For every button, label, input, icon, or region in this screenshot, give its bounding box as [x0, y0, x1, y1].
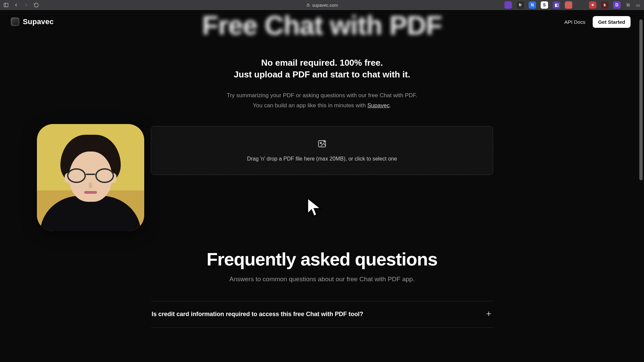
site-header: Supavec API Docs Get Started: [0, 10, 644, 34]
faq-item[interactable]: Is credit card information required to a…: [151, 301, 493, 328]
svg-rect-0: [4, 3, 8, 7]
browser-extension-icon[interactable]: fr: [517, 1, 524, 9]
nav-back-icon[interactable]: [13, 2, 19, 8]
page-viewport: Free Chat with PDF Supavec API Docs Get …: [0, 10, 644, 362]
hero-subtitle-line1: No email required. 100% free.: [0, 57, 644, 69]
browser-extension-icon[interactable]: ◧: [553, 1, 560, 9]
browser-toolbar: supavec.com frNS◧✶kD⧉▭: [0, 0, 644, 10]
dropzone-text: Drag 'n' drop a PDF file here (max 20MB)…: [247, 156, 397, 162]
url-text: supavec.com: [312, 3, 338, 8]
svg-rect-2: [307, 5, 309, 7]
lock-icon: [306, 3, 310, 7]
faq-subtitle: Answers to common questions about our fr…: [0, 276, 644, 283]
presenter-webcam-overlay: [37, 124, 144, 231]
svg-point-4: [320, 142, 322, 143]
reload-icon[interactable]: [34, 2, 39, 8]
faq-section: Frequently asked questions Answers to co…: [0, 249, 644, 328]
browser-extension-icon[interactable]: N: [529, 1, 536, 9]
browser-extension-icon[interactable]: D: [613, 1, 621, 9]
hero-hint-line2: You can build an app like this in minute…: [0, 101, 644, 111]
browser-extension-icon[interactable]: [577, 1, 584, 9]
brand[interactable]: Supavec: [11, 17, 54, 26]
api-docs-link[interactable]: API Docs: [565, 19, 586, 25]
plus-icon[interactable]: [485, 310, 492, 319]
hero-subtitle-line2: Just upload a PDF and start to chat with…: [0, 69, 644, 80]
nav-forward-icon: [23, 2, 29, 8]
pdf-dropzone[interactable]: Drag 'n' drop a PDF file here (max 20MB)…: [151, 126, 493, 175]
browser-extension-icon[interactable]: k: [601, 1, 608, 9]
browser-extension-icon[interactable]: [565, 1, 572, 9]
hero-copy: No email required. 100% free. Just uploa…: [0, 57, 644, 111]
browser-extension-icon[interactable]: [504, 1, 512, 9]
faq-heading: Frequently asked questions: [0, 249, 644, 269]
brand-logo-icon: [11, 17, 19, 26]
faq-question: Is credit card information required to a…: [152, 311, 363, 318]
faq-list: Is credit card information required to a…: [151, 301, 493, 328]
browser-ui-icon[interactable]: ⧉: [625, 2, 631, 8]
hero-hint-line1: Try summarizing your PDF or asking quest…: [0, 90, 644, 101]
demo-cursor-icon: [305, 197, 325, 217]
scrollbar[interactable]: [639, 10, 643, 362]
browser-extension-icon[interactable]: ✶: [589, 1, 596, 9]
supavec-link[interactable]: Supavec: [367, 102, 389, 109]
image-upload-icon: [317, 139, 327, 150]
address-bar[interactable]: supavec.com: [306, 3, 338, 8]
browser-ui-icon[interactable]: ▭: [635, 2, 641, 8]
brand-name: Supavec: [23, 17, 54, 26]
sidebar-toggle-icon[interactable]: [3, 2, 9, 8]
browser-extension-icon[interactable]: S: [541, 1, 548, 9]
get-started-button[interactable]: Get Started: [593, 16, 631, 28]
scrollbar-thumb[interactable]: [639, 19, 643, 180]
